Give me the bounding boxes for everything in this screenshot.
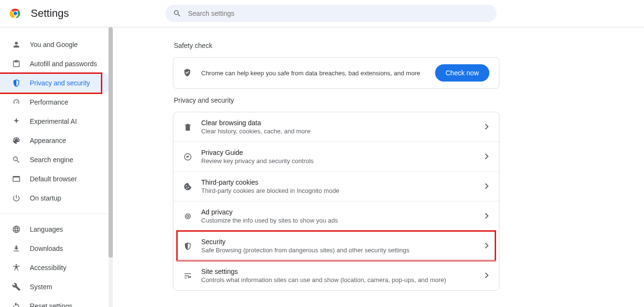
sidebar-item-accessibility[interactable]: Accessibility <box>0 258 113 277</box>
scrollbar-thumb[interactable] <box>109 27 113 258</box>
accessibility-icon <box>12 263 21 272</box>
reset-icon <box>12 301 21 307</box>
sidebar-item-label: Privacy and security <box>30 79 90 87</box>
speedometer-icon <box>12 97 21 107</box>
sidebar-item-search-engine[interactable]: Search engine <box>0 150 113 169</box>
row-desc: Safe Browsing (protection from dangerous… <box>201 247 485 254</box>
shield-icon <box>183 241 193 251</box>
sidebar-item-autofill[interactable]: Autofill and passwords <box>0 54 113 73</box>
topbar: Settings <box>0 0 644 27</box>
privacy-section-title: Privacy and security <box>174 96 499 104</box>
compass-icon <box>183 152 193 162</box>
sidebar-item-system[interactable]: System <box>0 277 113 296</box>
sparkle-icon <box>12 117 21 126</box>
browser-icon <box>12 174 21 184</box>
safety-check-desc: Chrome can help keep you safe from data … <box>201 70 435 77</box>
row-site-settings[interactable]: Site settings Controls what information … <box>173 260 499 290</box>
sidebar-item-label: On startup <box>30 194 61 202</box>
sidebar-item-performance[interactable]: Performance <box>0 93 113 112</box>
safety-check-title: Safety check <box>174 42 499 49</box>
sidebar-item-label: Default browser <box>30 175 77 183</box>
shield-icon <box>12 78 21 88</box>
row-title: Site settings <box>201 268 485 275</box>
sidebar-item-label: Appearance <box>30 137 66 144</box>
row-title: Privacy Guide <box>201 149 485 156</box>
cookie-icon <box>183 182 193 191</box>
check-now-button[interactable]: Check now <box>435 64 489 82</box>
globe-icon <box>12 224 21 234</box>
search-input[interactable] <box>188 10 489 17</box>
sidebar-item-label: Accessibility <box>30 264 66 272</box>
sidebar-item-label: Languages <box>30 225 63 233</box>
sidebar-item-languages[interactable]: Languages <box>0 220 113 239</box>
sidebar-item-default-browser[interactable]: Default browser <box>0 169 113 189</box>
palette-icon <box>12 136 21 145</box>
row-desc: Third-party cookies are blocked in Incog… <box>201 187 485 194</box>
sidebar-item-experimental-ai[interactable]: Experimental AI <box>0 112 113 131</box>
sidebar-item-label: Performance <box>30 98 68 106</box>
sidebar-item-label: System <box>30 283 52 291</box>
power-icon <box>12 193 21 203</box>
chrome-logo-icon <box>10 8 21 19</box>
sliders-icon <box>183 271 193 281</box>
chevron-right-icon <box>485 153 489 161</box>
sidebar: You and Google Autofill and passwords Pr… <box>0 27 113 307</box>
search-icon <box>12 155 21 165</box>
sidebar-item-label: Autofill and passwords <box>30 60 97 68</box>
row-security[interactable]: Security Safe Browsing (protection from … <box>173 231 499 260</box>
chevron-right-icon <box>485 213 489 220</box>
row-desc: Customize the info used by sites to show… <box>201 217 485 224</box>
sidebar-item-you-and-google[interactable]: You and Google <box>0 35 113 54</box>
row-desc: Clear history, cookies, cache, and more <box>201 128 485 135</box>
search-icon <box>173 9 182 18</box>
sidebar-item-downloads[interactable]: Downloads <box>0 239 113 258</box>
privacy-card: Clear browsing data Clear history, cooki… <box>173 112 499 291</box>
sidebar-item-label: Downloads <box>30 245 63 252</box>
chevron-right-icon <box>485 123 489 131</box>
sidebar-item-privacy-security[interactable]: Privacy and security <box>0 73 113 93</box>
sidebar-item-label: Reset settings <box>30 302 73 307</box>
chevron-right-icon <box>485 183 489 190</box>
shield-check-icon <box>183 68 193 78</box>
row-desc: Review key privacy and security controls <box>201 157 485 165</box>
row-ad-privacy[interactable]: Ad privacy Customize the info used by si… <box>173 201 499 231</box>
person-icon <box>12 40 21 49</box>
sidebar-item-label: Experimental AI <box>30 118 77 125</box>
sidebar-item-appearance[interactable]: Appearance <box>0 131 113 150</box>
target-icon <box>183 212 193 221</box>
row-title: Security <box>201 238 485 246</box>
row-title: Third-party cookies <box>201 178 485 186</box>
row-desc: Controls what information sites can use … <box>201 276 485 283</box>
wrench-icon <box>12 282 21 292</box>
sidebar-item-on-startup[interactable]: On startup <box>0 189 113 208</box>
content: Safety check Chrome can help keep you sa… <box>113 27 644 307</box>
sidebar-item-label: Search engine <box>30 156 73 164</box>
clipboard-icon <box>12 59 21 69</box>
sidebar-item-label: You and Google <box>30 41 78 48</box>
row-third-party-cookies[interactable]: Third-party cookies Third-party cookies … <box>173 171 499 201</box>
sidebar-scrollbar[interactable] <box>109 27 113 307</box>
search-box[interactable] <box>165 5 497 22</box>
svg-point-2 <box>13 12 17 15</box>
trash-icon <box>183 122 193 132</box>
row-clear-browsing-data[interactable]: Clear browsing data Clear history, cooki… <box>173 112 499 142</box>
row-title: Ad privacy <box>201 208 485 216</box>
sidebar-divider <box>0 213 113 214</box>
chevron-right-icon <box>485 242 489 250</box>
row-title: Clear browsing data <box>201 119 485 127</box>
sidebar-item-reset[interactable]: Reset settings <box>0 296 113 307</box>
chevron-right-icon <box>485 272 489 280</box>
row-privacy-guide[interactable]: Privacy Guide Review key privacy and sec… <box>173 142 499 171</box>
page-title: Settings <box>31 7 69 20</box>
safety-check-card: Chrome can help keep you safe from data … <box>173 57 499 89</box>
download-icon <box>12 244 21 253</box>
